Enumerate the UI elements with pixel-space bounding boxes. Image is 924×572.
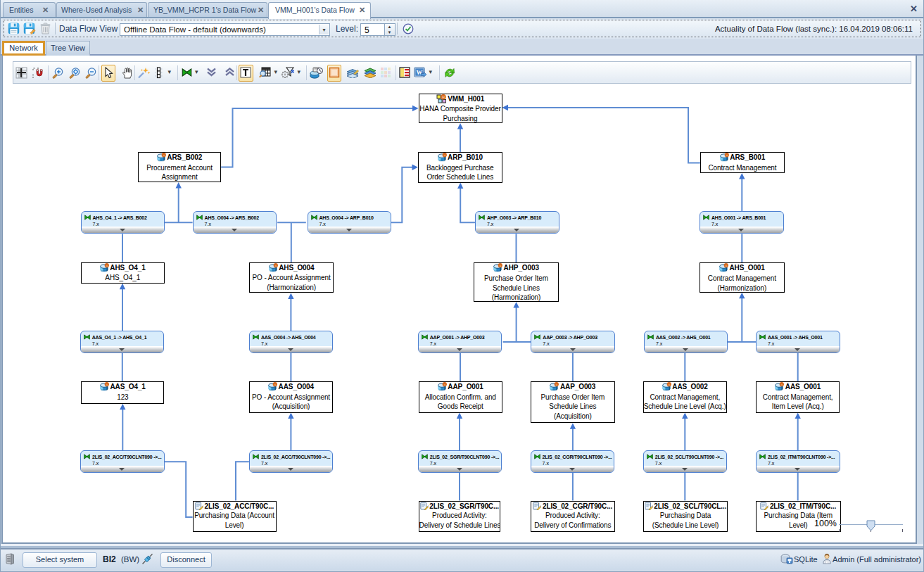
svg-text:H: H — [442, 94, 445, 98]
